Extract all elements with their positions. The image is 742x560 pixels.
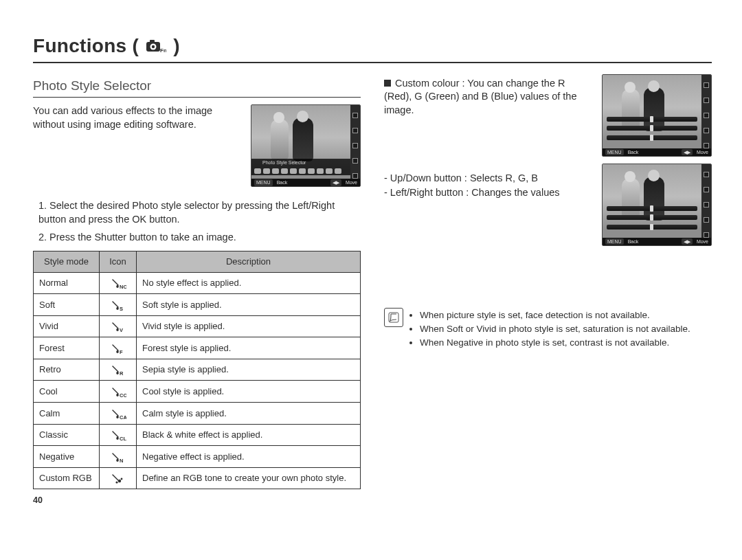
- step-1: 1. Select the desired Photo style select…: [38, 199, 361, 226]
- table-row: Vivid V Vivid style is applied.: [34, 315, 361, 337]
- table-row: Retro R Sepia style is applied.: [34, 359, 361, 381]
- cell-mode: Retro: [34, 359, 100, 381]
- bullet-square-icon: [384, 80, 391, 87]
- table-row: Negative N Negative effect is applied.: [34, 446, 361, 468]
- svg-point-14: [117, 480, 120, 482]
- note-icon: [384, 308, 403, 327]
- cell-mode: Cool: [34, 381, 100, 403]
- style-icon: CA: [100, 403, 137, 425]
- screenshot-overlay-label: Photo Style Selector: [251, 159, 350, 167]
- note-2: When Soft or Vivid in photo style is set…: [420, 323, 690, 335]
- style-icon: F: [100, 337, 137, 359]
- cell-desc: Calm style is applied.: [137, 403, 361, 425]
- cell-desc: Soft style is applied.: [137, 294, 361, 316]
- style-table: Style mode Icon Description Normal NOR N…: [33, 251, 361, 489]
- heading-text-close: ): [173, 33, 180, 59]
- note-3: When Negative in photo style is set, con…: [420, 337, 690, 349]
- cell-desc: Cool style is applied.: [137, 381, 361, 403]
- cell-mode: Normal: [34, 272, 100, 294]
- camera-fn-icon: Fn: [146, 38, 166, 54]
- step-2: 2. Press the Shutter button to take an i…: [38, 231, 361, 245]
- section-title: Photo Style Selector: [33, 77, 361, 95]
- th-desc: Description: [137, 251, 361, 273]
- svg-text:F: F: [120, 349, 123, 355]
- style-icon: NOR: [100, 272, 137, 294]
- note-box: When picture style is set, face detectio…: [384, 308, 712, 351]
- svg-text:CA: CA: [120, 414, 126, 420]
- style-icon: CL: [100, 424, 137, 446]
- cell-mode: Vivid: [34, 315, 100, 337]
- style-icon: N: [100, 446, 137, 468]
- screenshot-back-label: Back: [277, 179, 288, 186]
- heading-text-open: Functions (: [33, 33, 139, 59]
- table-row: Soft S Soft style is applied.: [34, 294, 361, 316]
- style-icon: V: [100, 315, 137, 337]
- style-icon: R: [100, 359, 137, 381]
- svg-text:N: N: [120, 458, 123, 463]
- th-mode: Style mode: [34, 251, 100, 273]
- cell-desc: Vivid style is applied.: [137, 315, 361, 337]
- shot2-move: Move: [697, 149, 708, 155]
- th-icon: Icon: [100, 251, 137, 273]
- cell-mode: Soft: [34, 294, 100, 316]
- svg-point-16: [120, 478, 122, 480]
- screenshot-custom-colour-1: MENU Back ◀▶ Move: [602, 74, 712, 157]
- page-heading: Functions ( Fn ): [33, 33, 712, 59]
- heading-rule: [33, 62, 712, 63]
- cell-mode: Custom RGB: [34, 467, 100, 489]
- shot3-move: Move: [697, 238, 708, 245]
- screenshot-back-chip: MENU: [254, 179, 273, 186]
- shot3-back: Back: [628, 238, 639, 245]
- screenshot-move-label: Move: [346, 179, 357, 186]
- svg-text:Fn: Fn: [160, 47, 166, 54]
- custom-colour-text: Custom colour : You can change the R (Re…: [384, 77, 589, 117]
- screenshot-custom-colour-2: MENU Back ◀▶ Move: [602, 164, 712, 246]
- cell-desc: Forest style is applied.: [137, 337, 361, 359]
- note-1: When picture style is set, face detectio…: [420, 309, 690, 322]
- table-row: Forest F Forest style is applied.: [34, 337, 361, 359]
- cell-mode: Forest: [34, 337, 100, 359]
- cell-desc: Sepia style is applied.: [137, 359, 361, 381]
- svg-text:CL: CL: [120, 436, 126, 441]
- rgb-sliders: [607, 115, 697, 142]
- svg-rect-1: [150, 40, 155, 43]
- page-number: 40: [33, 495, 361, 506]
- table-row: Normal NOR No style effect is applied.: [34, 272, 361, 294]
- style-icon: CO: [100, 381, 137, 403]
- cell-desc: Define an RGB tone to create your own ph…: [137, 467, 361, 489]
- style-icon: [100, 467, 137, 489]
- cell-mode: Negative: [34, 446, 100, 468]
- table-row: Custom RGB Define an RGB tone to create …: [34, 467, 361, 489]
- cell-desc: Black & white effect is applied.: [137, 424, 361, 446]
- svg-point-15: [115, 482, 117, 484]
- svg-text:CO: CO: [120, 392, 126, 398]
- table-row: Classic CL Black & white effect is appli…: [34, 424, 361, 446]
- screenshot-photo-style-selector: Photo Style Selector MENU Back ◀▶ Move: [251, 104, 361, 187]
- shot2-back: Back: [628, 149, 639, 155]
- svg-text:S: S: [120, 306, 123, 311]
- svg-text:NOR: NOR: [120, 284, 126, 289]
- style-icon: S: [100, 294, 137, 316]
- table-row: Calm CA Calm style is applied.: [34, 403, 361, 425]
- cell-desc: No style effect is applied.: [137, 272, 361, 294]
- svg-text:R: R: [120, 370, 124, 376]
- svg-point-3: [152, 45, 155, 48]
- cell-mode: Classic: [34, 424, 100, 446]
- screenshot-style-icons: [251, 167, 350, 175]
- section-rule: [33, 97, 361, 98]
- table-row: Cool CO Cool style is applied.: [34, 381, 361, 403]
- intro-text: You can add various effects to the image…: [33, 104, 237, 131]
- screenshot-side-icons: [350, 105, 360, 186]
- cell-desc: Negative effect is applied.: [137, 446, 361, 468]
- cell-mode: Calm: [34, 403, 100, 425]
- svg-text:V: V: [120, 327, 123, 333]
